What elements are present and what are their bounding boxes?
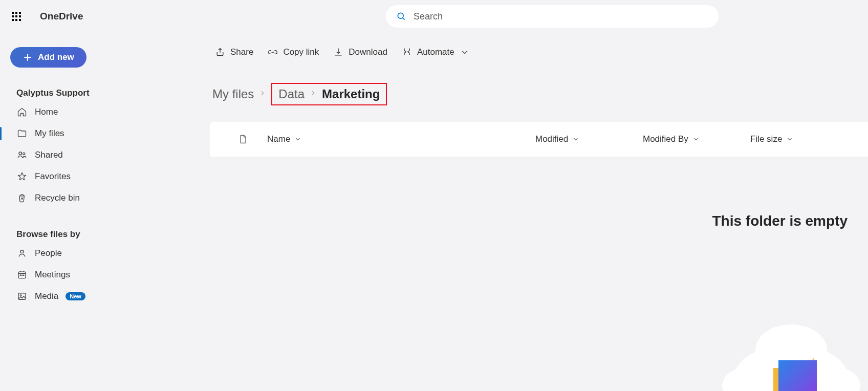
breadcrumb-root[interactable]: My files	[212, 87, 254, 101]
browse-list: People Meetings Media New	[10, 243, 154, 307]
folder-icon	[16, 128, 28, 139]
svg-point-6	[20, 250, 24, 253]
chevron-down-icon	[460, 47, 470, 57]
column-label: Modified By	[643, 134, 688, 144]
nav-label: My files	[35, 128, 64, 139]
column-type[interactable]	[225, 134, 261, 145]
column-name[interactable]: Name	[261, 134, 535, 144]
nav-label: Shared	[35, 150, 63, 160]
tool-label: Download	[349, 47, 387, 57]
app-title: OneDrive	[40, 11, 83, 22]
search-icon	[396, 11, 406, 21]
people-icon	[16, 149, 28, 161]
nav-label: Home	[35, 107, 58, 117]
chevron-down-icon	[692, 136, 700, 143]
column-label: Modified	[535, 134, 568, 144]
column-label: Name	[267, 134, 290, 144]
search-container	[386, 5, 719, 28]
app-header: OneDrive	[0, 0, 868, 33]
column-file-size[interactable]: File size	[750, 134, 853, 144]
chevron-right-icon	[259, 90, 266, 99]
browse-item-meetings[interactable]: Meetings	[10, 264, 154, 286]
browse-heading: Browse files by	[16, 229, 154, 240]
automate-button[interactable]: Automate	[402, 47, 470, 57]
breadcrumb-folder[interactable]: Data	[278, 87, 305, 101]
svg-line-1	[403, 18, 405, 20]
app-launcher-button[interactable]	[6, 6, 27, 27]
chevron-right-icon	[310, 90, 317, 99]
automate-icon	[402, 47, 412, 57]
copy-link-button[interactable]: Copy link	[268, 47, 319, 57]
nav-item-home[interactable]: Home	[10, 101, 154, 123]
nav-item-my-files[interactable]: My files	[10, 123, 154, 144]
add-new-button[interactable]: Add new	[10, 47, 86, 68]
nav-label: People	[35, 248, 62, 258]
calendar-icon	[16, 269, 28, 280]
main-content: Share Copy link Download Automate My fil…	[154, 33, 868, 391]
toolbar: Share Copy link Download Automate	[154, 47, 868, 57]
download-icon	[333, 47, 343, 57]
tool-label: Copy link	[283, 47, 319, 57]
nav-list: Home My files Shared Favorites	[10, 101, 154, 209]
file-table: Name Modified Modified By File size	[210, 122, 868, 157]
nav-label: Media	[35, 291, 58, 301]
new-badge: New	[66, 292, 85, 300]
sidebar: Add new Qalyptus Support Home My files	[0, 33, 154, 391]
share-icon	[215, 47, 225, 57]
nav-label: Recycle bin	[35, 193, 80, 203]
search-box[interactable]	[386, 5, 719, 28]
chevron-down-icon	[786, 136, 793, 143]
empty-folder-message: This folder is empty	[154, 157, 868, 229]
browse-item-media[interactable]: Media New	[10, 286, 154, 307]
column-label: File size	[750, 134, 782, 144]
svg-rect-14	[18, 293, 26, 300]
link-icon	[268, 47, 278, 57]
breadcrumb-current: Marketing	[322, 87, 380, 101]
svg-point-11	[20, 275, 20, 275]
svg-point-13	[24, 275, 24, 275]
image-icon	[16, 291, 28, 302]
nav-label: Meetings	[35, 270, 70, 280]
waffle-icon	[12, 12, 21, 21]
column-modified-by[interactable]: Modified By	[643, 134, 750, 144]
share-button[interactable]: Share	[215, 47, 253, 57]
svg-point-15	[20, 295, 21, 296]
tool-label: Automate	[417, 47, 454, 57]
breadcrumb: My files Data Marketing	[154, 83, 868, 105]
add-new-label: Add new	[38, 52, 74, 62]
account-heading: Qalyptus Support	[16, 88, 154, 98]
chevron-down-icon	[294, 136, 301, 143]
cloud-illustration	[714, 309, 868, 391]
nav-label: Favorites	[35, 171, 71, 182]
search-input[interactable]	[414, 11, 708, 22]
chevron-down-icon	[572, 136, 579, 143]
svg-point-4	[19, 152, 21, 155]
table-header-row: Name Modified Modified By File size	[210, 122, 868, 157]
home-icon	[16, 106, 28, 118]
download-button[interactable]: Download	[333, 47, 387, 57]
nav-item-shared[interactable]: Shared	[10, 144, 154, 166]
nav-item-recycle-bin[interactable]: Recycle bin	[10, 187, 154, 209]
breadcrumb-highlight: Data Marketing	[271, 83, 387, 105]
file-icon	[238, 134, 248, 145]
person-icon	[16, 248, 28, 259]
nav-item-favorites[interactable]: Favorites	[10, 166, 154, 187]
svg-point-0	[398, 13, 403, 18]
svg-rect-20	[778, 360, 817, 391]
svg-point-5	[23, 153, 25, 155]
trash-icon	[16, 192, 28, 204]
column-modified[interactable]: Modified	[535, 134, 643, 144]
tool-label: Share	[230, 47, 253, 57]
plus-icon	[23, 52, 33, 62]
browse-item-people[interactable]: People	[10, 243, 154, 264]
star-icon	[16, 171, 28, 182]
svg-point-12	[21, 275, 22, 275]
